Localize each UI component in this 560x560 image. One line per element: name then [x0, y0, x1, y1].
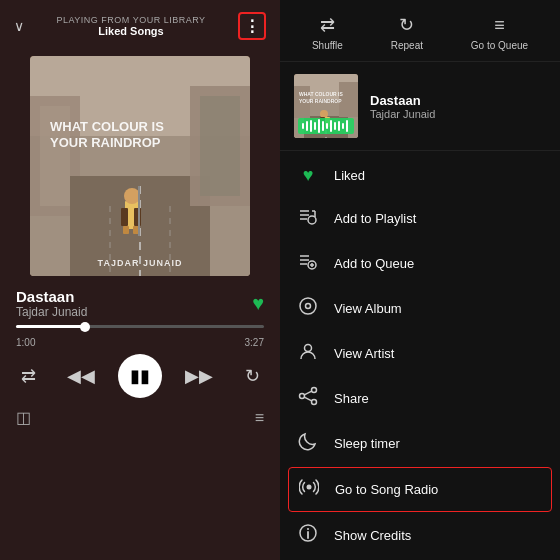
radio-icon	[297, 477, 321, 502]
svg-text:YOUR RAINDROP: YOUR RAINDROP	[299, 98, 342, 104]
album-icon	[296, 296, 320, 321]
svg-point-58	[312, 388, 317, 393]
right-song-name: Dastaan	[370, 93, 435, 108]
svg-rect-12	[121, 208, 128, 226]
svg-rect-16	[138, 186, 140, 236]
left-panel: ∨ PLAYING FROM YOUR LIBRARY Liked Songs …	[0, 0, 280, 560]
svg-point-60	[312, 400, 317, 405]
svg-rect-36	[322, 121, 324, 131]
repeat-icon: ↻	[399, 14, 414, 36]
svg-point-43	[308, 216, 316, 224]
svg-rect-39	[334, 122, 336, 130]
add-queue-icon	[296, 251, 320, 276]
svg-rect-35	[318, 119, 320, 133]
svg-rect-34	[314, 122, 316, 130]
svg-line-61	[304, 391, 311, 395]
repeat-label: Repeat	[391, 40, 423, 51]
show-credits-label: Show Credits	[334, 528, 411, 543]
queue-list-icon: ≡	[494, 15, 505, 36]
go-to-song-radio-label: Go to Song Radio	[335, 482, 438, 497]
right-top-bar: ⇄ Shuffle ↻ Repeat ≡ Go to Queue	[280, 0, 560, 62]
more-options-button[interactable]: ⋮	[238, 12, 266, 40]
right-panel: ⇄ Shuffle ↻ Repeat ≡ Go to Queue WHAT	[280, 0, 560, 560]
menu-item-view-artist[interactable]: View Artist	[280, 331, 560, 376]
credits-icon	[296, 523, 320, 548]
svg-point-63	[307, 485, 312, 490]
song-titles: Dastaan Tajdar Junaid	[16, 288, 87, 319]
menu-list: ♥ Liked Add to Playlist	[280, 151, 560, 560]
share-label: Share	[334, 391, 369, 406]
menu-item-sleep-timer[interactable]: Sleep timer	[280, 421, 560, 466]
add-to-playlist-label: Add to Playlist	[334, 211, 416, 226]
shuffle-icon: ⇄	[320, 14, 335, 36]
svg-rect-33	[310, 120, 312, 132]
menu-item-show-credits[interactable]: Show Credits	[280, 513, 560, 558]
repeat-button[interactable]: ↻	[236, 360, 268, 392]
view-artist-label: View Artist	[334, 346, 394, 361]
playing-from-label: PLAYING FROM YOUR LIBRARY	[56, 15, 205, 25]
right-artist-name: Tajdar Junaid	[370, 108, 435, 120]
chevron-down-icon[interactable]: ∨	[14, 18, 24, 34]
share-icon	[296, 386, 320, 411]
right-song-preview: WHAT COLOUR IS YOUR RAINDROP	[280, 62, 560, 151]
previous-button[interactable]: ◀◀	[65, 360, 97, 392]
controls-row: ⇄ ◀◀ ▮▮ ▶▶ ↻	[0, 348, 280, 404]
go-to-queue-action[interactable]: ≡ Go to Queue	[471, 15, 528, 51]
shuffle-label: Shuffle	[312, 40, 343, 51]
moon-icon	[296, 431, 320, 456]
svg-text:WHAT COLOUR IS: WHAT COLOUR IS	[299, 91, 343, 97]
svg-text:WHAT COLOUR IS: WHAT COLOUR IS	[50, 119, 164, 134]
pause-button[interactable]: ▮▮	[118, 354, 162, 398]
svg-point-57	[305, 345, 312, 352]
add-to-queue-label: Add to Queue	[334, 256, 414, 271]
svg-rect-38	[330, 120, 332, 132]
menu-item-view-album[interactable]: View Album	[280, 286, 560, 331]
view-album-label: View Album	[334, 301, 402, 316]
svg-point-56	[306, 304, 311, 309]
svg-line-62	[304, 397, 311, 401]
shuffle-button[interactable]: ⇄	[12, 360, 44, 392]
svg-rect-42	[346, 120, 348, 132]
svg-rect-41	[342, 123, 344, 129]
svg-text:YOUR RAINDROP: YOUR RAINDROP	[50, 135, 161, 150]
source-name: Liked Songs	[98, 25, 163, 37]
progress-bar[interactable]	[16, 325, 264, 328]
svg-rect-24	[339, 82, 358, 117]
queue-label: Go to Queue	[471, 40, 528, 51]
menu-item-add-to-queue[interactable]: Add to Queue	[280, 241, 560, 286]
time-total: 3:27	[245, 337, 264, 348]
shuffle-action[interactable]: ⇄ Shuffle	[312, 14, 343, 51]
svg-point-59	[300, 394, 305, 399]
time-row: 1:00 3:27	[0, 334, 280, 348]
progress-section[interactable]	[0, 325, 280, 328]
song-info: Dastaan Tajdar Junaid ♥	[0, 288, 280, 319]
menu-item-liked[interactable]: ♥ Liked	[280, 155, 560, 196]
svg-rect-14	[123, 226, 129, 234]
svg-rect-40	[338, 121, 340, 131]
svg-rect-37	[326, 123, 328, 129]
heart-filled-icon: ♥	[296, 165, 320, 186]
top-bar: ∨ PLAYING FROM YOUR LIBRARY Liked Songs …	[0, 0, 280, 48]
queue-icon[interactable]: ≡	[255, 409, 264, 427]
svg-rect-31	[302, 123, 304, 129]
next-button[interactable]: ▶▶	[183, 360, 215, 392]
bottom-row: ◫ ≡	[0, 404, 280, 431]
sleep-timer-label: Sleep timer	[334, 436, 400, 451]
progress-fill	[16, 325, 85, 328]
svg-point-66	[307, 528, 309, 530]
song-name: Dastaan	[16, 288, 87, 305]
svg-rect-32	[306, 121, 308, 131]
devices-icon[interactable]: ◫	[16, 408, 31, 427]
menu-item-go-to-song-radio[interactable]: Go to Song Radio	[288, 467, 552, 512]
svg-point-26	[320, 110, 328, 118]
svg-point-55	[300, 298, 316, 314]
progress-dot	[80, 322, 90, 332]
like-button[interactable]: ♥	[252, 292, 264, 315]
menu-item-add-to-playlist[interactable]: Add to Playlist	[280, 196, 560, 241]
playlist-icon	[296, 206, 320, 231]
right-song-info: Dastaan Tajdar Junaid	[370, 93, 435, 120]
menu-item-share[interactable]: Share	[280, 376, 560, 421]
svg-rect-9	[200, 96, 240, 196]
time-current: 1:00	[16, 337, 35, 348]
repeat-action[interactable]: ↻ Repeat	[391, 14, 423, 51]
